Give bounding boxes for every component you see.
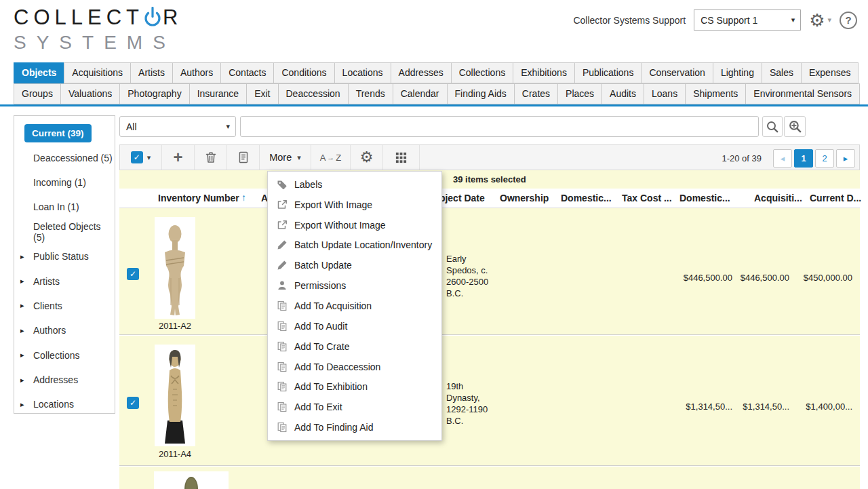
tab-deaccession[interactable]: Deaccession xyxy=(278,83,349,104)
sidebar-item-deleted-objects[interactable]: Deleted Objects (5) xyxy=(14,220,115,244)
tab-places[interactable]: Places xyxy=(557,83,602,104)
menu-item-labels[interactable]: Labels xyxy=(268,174,441,195)
sidebar-item-incoming[interactable]: Incoming (1) xyxy=(14,170,115,195)
settings-split-button[interactable]: ⚙ ▾ xyxy=(809,12,831,29)
tab-photography[interactable]: Photography xyxy=(119,83,189,104)
tab-shipments[interactable]: Shipments xyxy=(685,83,746,104)
tab-loans[interactable]: Loans xyxy=(644,83,686,104)
sort-ascending-icon[interactable]: ↑ xyxy=(241,192,246,203)
row-checkbox[interactable]: ✓ xyxy=(127,397,139,409)
tab-environmental-sensors[interactable]: Environmental Sensors xyxy=(745,83,860,104)
copy-pages-icon xyxy=(277,381,288,392)
tab-collections[interactable]: Collections xyxy=(451,62,513,83)
column-ownership[interactable]: Ownership xyxy=(500,193,549,203)
sidebar-item-deaccessioned[interactable]: Deaccessioned (5) xyxy=(14,145,115,170)
menu-item-add-to-exit[interactable]: Add To Exit xyxy=(268,397,441,417)
report-button[interactable] xyxy=(227,145,260,170)
object-date-cell: 19th Dynasty, 1292-1190 B.C. xyxy=(446,380,488,427)
grid-icon xyxy=(395,151,408,164)
list-settings-button[interactable]: ⚙ xyxy=(351,145,383,170)
tab-addresses[interactable]: Addresses xyxy=(391,62,452,83)
sidebar-item-loan-in[interactable]: Loan In (1) xyxy=(14,195,115,219)
tab-lighting[interactable]: Lighting xyxy=(713,62,762,83)
search-button[interactable] xyxy=(762,116,783,137)
tab-sales[interactable]: Sales xyxy=(762,62,802,83)
menu-item-add-to-exhibition[interactable]: Add To Exhibition xyxy=(268,376,441,397)
column-domestic-2[interactable]: Domestic... xyxy=(679,193,730,203)
tab-finding-aids[interactable]: Finding Aids xyxy=(447,83,515,104)
menu-item-add-to-acquisition[interactable]: Add To Acquisition xyxy=(268,296,441,316)
sort-alphabetical-button[interactable]: A → Z xyxy=(311,145,351,170)
menu-item-export-with-image[interactable]: Export With Image xyxy=(268,195,441,215)
prev-page-button[interactable]: ◂ xyxy=(773,149,792,168)
select-all-checkbox[interactable]: ✓ xyxy=(131,151,143,163)
column-domestic-1[interactable]: Domestic... xyxy=(561,193,612,203)
logo-line2: SYSTEMS xyxy=(14,32,182,54)
menu-item-add-to-crate[interactable]: Add To Crate xyxy=(268,336,441,357)
tab-exit[interactable]: Exit xyxy=(246,83,278,104)
tab-conservation[interactable]: Conservation xyxy=(641,62,713,83)
search-input[interactable] xyxy=(240,116,759,137)
sidebar-tree-artists[interactable]: ▸Artists xyxy=(14,269,115,293)
column-acquisition[interactable]: Acquisiti... xyxy=(754,193,802,203)
tab-expenses[interactable]: Expenses xyxy=(801,62,859,83)
tab-contacts[interactable]: Contacts xyxy=(220,62,274,83)
tab-locations[interactable]: Locations xyxy=(334,62,391,83)
help-button[interactable]: ? xyxy=(840,12,857,29)
tab-authors[interactable]: Authors xyxy=(172,62,221,83)
page-1-button[interactable]: 1 xyxy=(794,149,813,168)
menu-item-permissions[interactable]: Permissions xyxy=(268,275,441,296)
logo: COLLECT R SYSTEMS xyxy=(14,5,182,54)
tab-row-2: Groups Valuations Photography Insurance … xyxy=(14,83,860,104)
check-icon: ✓ xyxy=(130,269,136,279)
advanced-search-button[interactable] xyxy=(784,116,806,137)
menu-item-add-to-audit[interactable]: Add To Audit xyxy=(268,316,441,336)
tree-expand-icon: ▸ xyxy=(20,252,24,261)
tab-publications[interactable]: Publications xyxy=(574,62,642,83)
row-checkbox[interactable]: ✓ xyxy=(127,268,139,280)
object-thumbnail[interactable] xyxy=(154,471,229,489)
next-page-button[interactable]: ▸ xyxy=(836,149,855,168)
object-thumbnail[interactable] xyxy=(155,217,195,319)
grid-view-button[interactable] xyxy=(383,145,420,170)
account-select[interactable]: CS Support 1 ▾ xyxy=(694,9,801,31)
column-tax-cost[interactable]: Tax Cost ... xyxy=(622,193,672,203)
sidebar-tree-collections[interactable]: ▸Collections xyxy=(14,343,115,368)
tab-crates[interactable]: Crates xyxy=(514,83,558,104)
sidebar-tree-locations[interactable]: ▸Locations xyxy=(14,392,115,416)
tab-conditions[interactable]: Conditions xyxy=(273,62,334,83)
select-all-split-button[interactable]: ✓ ▾ xyxy=(120,145,162,170)
tab-groups[interactable]: Groups xyxy=(14,83,61,104)
delete-button[interactable] xyxy=(195,145,227,170)
tab-insurance[interactable]: Insurance xyxy=(189,83,247,104)
export-icon xyxy=(277,220,288,231)
column-current-d[interactable]: Current D... xyxy=(810,193,861,203)
object-thumbnail[interactable] xyxy=(155,345,195,446)
sidebar-tree-clients[interactable]: ▸Clients xyxy=(14,294,115,318)
sidebar-tree-addresses[interactable]: ▸Addresses xyxy=(14,368,115,392)
tab-valuations[interactable]: Valuations xyxy=(60,83,120,104)
page-2-button[interactable]: 2 xyxy=(815,149,834,168)
sidebar-tree-public-status[interactable]: ▸Public Status xyxy=(14,244,115,269)
tab-calendar[interactable]: Calendar xyxy=(393,83,448,104)
sidebar-item-current[interactable]: Current (39) xyxy=(24,124,92,142)
menu-item-add-to-deaccession[interactable]: Add To Deaccession xyxy=(268,357,441,377)
more-menu-button[interactable]: More ▾ xyxy=(260,145,311,170)
tree-expand-icon: ▸ xyxy=(20,400,24,409)
column-inventory-number[interactable]: Inventory Number xyxy=(158,193,239,203)
add-object-button[interactable]: + xyxy=(162,145,195,170)
tab-objects[interactable]: Objects xyxy=(14,62,64,83)
tab-trends[interactable]: Trends xyxy=(348,83,393,104)
search-scope-select[interactable]: All ▾ xyxy=(119,116,236,137)
menu-item-add-to-finding-aid[interactable]: Add To Finding Aid xyxy=(268,417,441,437)
menu-item-export-without-image[interactable]: Export Without Image xyxy=(268,215,441,235)
menu-item-batch-update-location-inventory[interactable]: Batch Update Location/Inventory xyxy=(268,235,441,256)
tab-artists[interactable]: Artists xyxy=(130,62,173,83)
tree-expand-icon: ▸ xyxy=(20,301,24,310)
menu-item-batch-update[interactable]: Batch Update xyxy=(268,255,441,275)
tab-acquisitions[interactable]: Acquisitions xyxy=(64,62,131,83)
account-select-value: CS Support 1 xyxy=(701,15,757,26)
tab-exhibitions[interactable]: Exhibitions xyxy=(513,62,575,83)
tab-audits[interactable]: Audits xyxy=(601,83,644,104)
sidebar-tree-authors[interactable]: ▸Authors xyxy=(14,318,115,343)
